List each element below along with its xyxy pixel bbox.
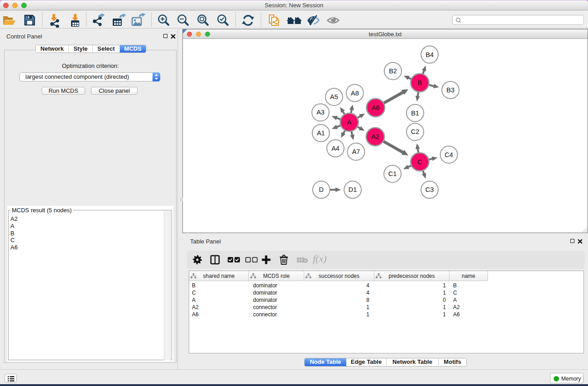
svg-text:D1: D1 [349,186,357,193]
svg-text:C1: C1 [388,170,397,177]
svg-text:A8: A8 [351,90,359,97]
svg-text:C2: C2 [411,128,420,135]
svg-text:C: C [417,158,422,166]
svg-text:B: B [418,79,422,86]
svg-text:A2: A2 [371,133,379,140]
svg-text:D: D [319,186,323,193]
svg-text:B3: B3 [446,86,454,94]
svg-text:A1: A1 [317,129,325,137]
svg-text:C3: C3 [425,186,434,193]
svg-text:B4: B4 [425,51,434,58]
svg-text:A5: A5 [330,93,338,100]
svg-text:B1: B1 [411,110,419,117]
svg-text:C4: C4 [445,151,453,158]
svg-text:B2: B2 [389,67,397,75]
svg-text:A6: A6 [372,104,380,111]
svg-text:A3: A3 [316,109,325,116]
svg-text:A: A [347,119,352,126]
svg-text:A4: A4 [331,145,339,152]
svg-text:A7: A7 [352,148,360,155]
